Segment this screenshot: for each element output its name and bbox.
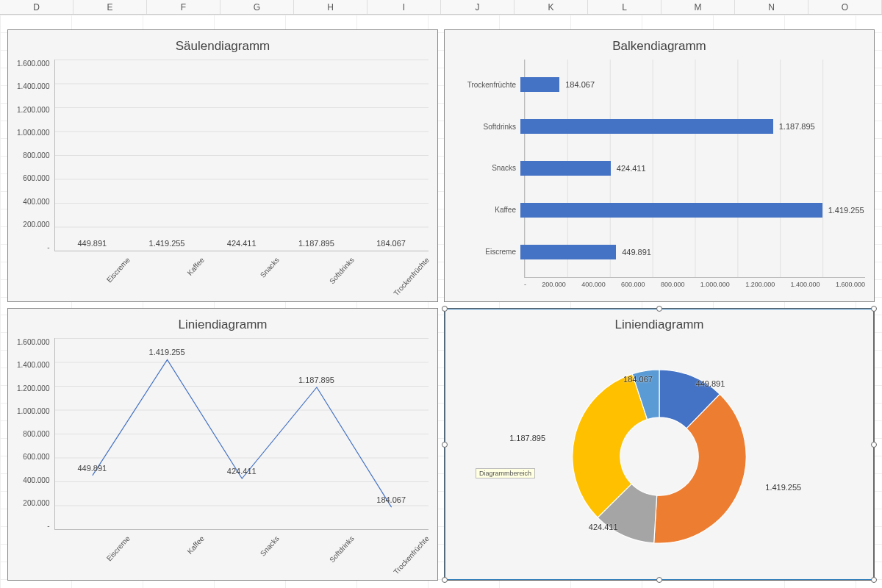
data-label: 424.411 bbox=[617, 164, 646, 173]
plot-area: Trockenfrüchte184.067Softdrinks1.187.895… bbox=[453, 60, 865, 295]
data-label: 1.419.255 bbox=[149, 348, 185, 357]
bars: 449.8911.419.255424.4111.187.895184.067 bbox=[54, 60, 429, 251]
y-tick: 200.000 bbox=[23, 220, 49, 229]
data-label: 184.067 bbox=[376, 495, 406, 504]
data-label: 1.187.895 bbox=[298, 239, 334, 248]
column-header-row: DEFGHIJKLMNO bbox=[0, 0, 882, 15]
y-tick: Kaffee bbox=[454, 206, 520, 214]
y-tick: 800.000 bbox=[23, 151, 49, 159]
resize-handle[interactable] bbox=[656, 577, 662, 583]
data-label: 1.419.255 bbox=[149, 239, 185, 248]
y-tick: 1.000.000 bbox=[17, 129, 50, 137]
data-label: 424.411 bbox=[589, 523, 618, 531]
x-tick: 200.000 bbox=[542, 281, 566, 295]
x-tick: Snacks bbox=[230, 534, 304, 588]
y-axis: 1.600.0001.400.0001.200.0001.000.000800.… bbox=[17, 60, 54, 251]
data-label: 1.187.895 bbox=[779, 122, 815, 131]
chart-grid: Säulendiagramm 1.600.0001.400.0001.200.0… bbox=[7, 29, 875, 581]
y-tick: 1.200.000 bbox=[17, 384, 50, 392]
data-label: 1.187.895 bbox=[298, 376, 334, 384]
resize-handle[interactable] bbox=[442, 306, 448, 312]
y-tick: 1.600.000 bbox=[17, 60, 50, 68]
data-label: 184.067 bbox=[565, 80, 595, 89]
column-header[interactable]: G bbox=[220, 0, 294, 14]
data-label: 449.891 bbox=[696, 379, 725, 388]
y-tick: Snacks bbox=[454, 164, 520, 172]
plot-area: 1.600.0001.400.0001.200.0001.000.000800.… bbox=[17, 60, 429, 295]
data-label: 424.411 bbox=[227, 239, 257, 248]
bar-chart[interactable]: Balkendiagramm Trockenfrüchte184.067Soft… bbox=[444, 29, 875, 302]
y-tick: 800.000 bbox=[23, 430, 49, 438]
bar-row: Kaffee1.419.255 bbox=[525, 200, 865, 220]
chart-area-tooltip: Diagrammbereich bbox=[476, 468, 535, 478]
bar-row: Trockenfrüchte184.067 bbox=[525, 74, 865, 95]
data-label: 449.891 bbox=[77, 239, 107, 248]
column-header[interactable]: N bbox=[735, 0, 808, 14]
chart-title: Liniendiagramm bbox=[17, 318, 429, 332]
plot-area: Diagrammbereich 449.8911.419.255424.4111… bbox=[453, 338, 865, 574]
bar[interactable] bbox=[520, 203, 822, 218]
bar[interactable] bbox=[520, 245, 616, 259]
y-tick: Trockenfrüchte bbox=[454, 81, 520, 89]
column-header[interactable]: M bbox=[662, 0, 735, 14]
column-header[interactable]: K bbox=[514, 0, 588, 14]
y-axis: 1.600.0001.400.0001.200.0001.000.000800.… bbox=[17, 338, 54, 530]
y-tick: 1.400.000 bbox=[17, 361, 50, 369]
x-tick: Eiscreme bbox=[80, 534, 154, 588]
column-header[interactable]: D bbox=[0, 0, 74, 14]
column-header[interactable]: J bbox=[441, 0, 514, 14]
chart-title: Säulendiagramm bbox=[17, 39, 429, 54]
column-header[interactable]: H bbox=[294, 0, 368, 14]
data-label: 449.891 bbox=[622, 248, 651, 257]
x-axis: EiscremeKaffeeSnacksSoftdrinksTrockenfrü… bbox=[54, 530, 429, 574]
bar-row: Softdrinks1.187.895 bbox=[525, 116, 865, 137]
bar[interactable] bbox=[520, 161, 611, 176]
y-tick: Softdrinks bbox=[454, 123, 520, 131]
x-axis: -200.000400.000600.000800.0001.000.0001.… bbox=[524, 278, 865, 295]
column-header[interactable]: O bbox=[808, 0, 882, 14]
data-label: 449.891 bbox=[77, 464, 107, 473]
line-area: 449.8911.419.255424.4111.187.895184.067 bbox=[54, 338, 429, 530]
y-tick: 400.000 bbox=[23, 198, 49, 206]
x-tick: Softdrinks bbox=[305, 534, 379, 588]
data-label: 1.419.255 bbox=[828, 206, 864, 215]
data-label: 1.419.255 bbox=[765, 483, 801, 492]
column-header[interactable]: E bbox=[74, 0, 147, 14]
column-header[interactable]: I bbox=[368, 0, 441, 14]
chart-title: Balkendiagramm bbox=[453, 39, 865, 54]
bar-row: Snacks424.411 bbox=[525, 158, 865, 179]
resize-handle[interactable] bbox=[442, 442, 448, 448]
donut-chart[interactable]: Liniendiagramm Diagrammbereich 449.8911.… bbox=[444, 308, 875, 581]
resize-handle[interactable] bbox=[871, 442, 877, 448]
y-tick: 200.000 bbox=[23, 499, 49, 507]
bar[interactable] bbox=[520, 119, 773, 134]
x-tick: 1.400.000 bbox=[791, 281, 820, 295]
bars: Trockenfrüchte184.067Softdrinks1.187.895… bbox=[524, 60, 865, 278]
resize-handle[interactable] bbox=[656, 306, 662, 312]
data-label: 184.067 bbox=[623, 375, 653, 384]
resize-handle[interactable] bbox=[871, 577, 877, 583]
line-series[interactable] bbox=[92, 359, 391, 507]
bar-row: Eiscreme449.891 bbox=[525, 242, 865, 262]
column-header[interactable]: L bbox=[588, 0, 662, 14]
worksheet-area[interactable]: Säulendiagramm 1.600.0001.400.0001.200.0… bbox=[0, 15, 882, 588]
y-tick: 600.000 bbox=[23, 174, 49, 182]
data-label: 424.411 bbox=[227, 467, 257, 476]
data-label: 184.067 bbox=[376, 239, 406, 248]
resize-handle[interactable] bbox=[442, 577, 448, 583]
column-chart[interactable]: Säulendiagramm 1.600.0001.400.0001.200.0… bbox=[7, 29, 438, 302]
y-tick: Eiscreme bbox=[454, 248, 520, 256]
y-tick: 1.400.000 bbox=[17, 82, 50, 90]
x-tick: 600.000 bbox=[621, 281, 645, 295]
bar[interactable] bbox=[520, 77, 559, 92]
y-tick: 600.000 bbox=[23, 453, 49, 461]
x-axis: EiscremeKaffeeSnacksSoftdrinksTrockenfrü… bbox=[54, 251, 429, 295]
y-tick: 1.600.000 bbox=[17, 338, 50, 346]
line-chart[interactable]: Liniendiagramm 1.600.0001.400.0001.200.0… bbox=[7, 308, 438, 581]
x-tick: 400.000 bbox=[581, 281, 606, 295]
chart-title: Liniendiagramm bbox=[453, 318, 865, 332]
y-tick: - bbox=[47, 243, 49, 251]
column-header[interactable]: F bbox=[147, 0, 220, 14]
resize-handle[interactable] bbox=[871, 306, 877, 312]
x-tick: - bbox=[524, 281, 526, 295]
